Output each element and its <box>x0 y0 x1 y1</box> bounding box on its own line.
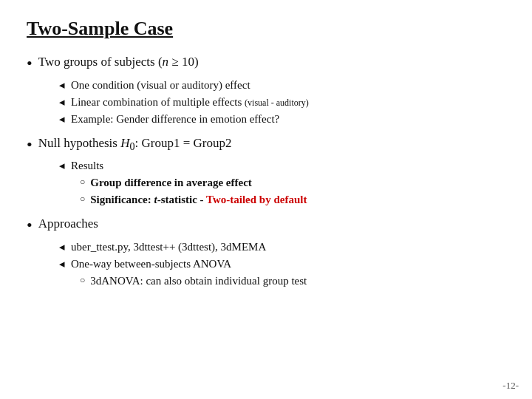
sub-item-2-1-text: Results <box>71 158 103 174</box>
circle-bullet-3-1: ○ <box>80 273 85 287</box>
sub-sub-items-3: ○ 3dANOVA: can also obtain individual gr… <box>80 273 505 289</box>
main-bullet-3: • Approaches <box>27 215 505 236</box>
red-text: Two-tailed by default <box>206 194 307 205</box>
sub-sub-item-2-1-text: Group difference in average effect <box>90 175 252 191</box>
sub-item-3-1: ◂ uber_ttest.py, 3dttest++ (3dttest), 3d… <box>59 239 505 255</box>
sub-sub-item-3-1-text: 3dANOVA: can also obtain individual grou… <box>90 273 307 289</box>
slide: Two-Sample Case • Two groups of subjects… <box>0 0 532 399</box>
sub-sub-item-3-1: ○ 3dANOVA: can also obtain individual gr… <box>80 273 505 289</box>
arrow-2-1: ◂ <box>59 158 65 174</box>
bullet-dot-2: • <box>27 134 33 156</box>
main-bullet-2: • Null hypothesis H0: Group1 = Group2 <box>27 134 505 156</box>
arrow-3-1: ◂ <box>59 239 65 255</box>
sub-items-3: ◂ uber_ttest.py, 3dttest++ (3dttest), 3d… <box>59 239 505 289</box>
page-number: -12- <box>502 380 519 392</box>
sub-item-1-3: ◂ Example: Gender difference in emotion … <box>59 112 505 127</box>
arrow-1-3: ◂ <box>59 112 65 127</box>
circle-bullet-2-1: ○ <box>80 175 85 188</box>
section-2: • Null hypothesis H0: Group1 = Group2 ◂ … <box>27 134 505 208</box>
section-3: • Approaches ◂ uber_ttest.py, 3dttest++ … <box>27 215 505 289</box>
italic-h: H <box>120 136 129 150</box>
sub-items-2: ◂ Results ○ Group difference in average … <box>59 158 505 208</box>
arrow-1-2: ◂ <box>59 95 65 110</box>
arrow-1-1: ◂ <box>59 78 65 93</box>
sub-sub-item-2-1: ○ Group difference in average effect <box>80 175 505 191</box>
italic-t: t <box>154 194 157 205</box>
arrow-3-2: ◂ <box>59 256 65 272</box>
bullet-dot-3: • <box>27 215 33 236</box>
italic-n: n <box>163 55 169 69</box>
main-bullet-1-text: Two groups of subjects (n ≥ 10) <box>38 53 199 71</box>
main-bullet-2-text: Null hypothesis H0: Group1 = Group2 <box>38 134 232 154</box>
slide-title: Two-Sample Case <box>27 18 505 40</box>
sub-sub-item-2-2-text: Significance: t-statistic - Two-tailed b… <box>90 192 307 208</box>
sub-items-1: ◂ One condition (visual or auditory) eff… <box>59 78 505 127</box>
sub-sub-items-2: ○ Group difference in average effect ○ S… <box>80 175 505 208</box>
sub-item-1-1: ◂ One condition (visual or auditory) eff… <box>59 78 505 93</box>
sub-item-3-2-text: One-way between-subjects ANOVA <box>71 256 231 272</box>
sub-item-1-2-text: Linear combination of multiple effects (… <box>71 95 309 110</box>
sub-item-3-2: ◂ One-way between-subjects ANOVA <box>59 256 505 272</box>
sub-item-1-1-text: One condition (visual or auditory) effec… <box>71 78 250 93</box>
sub-item-3-1-text: uber_ttest.py, 3dttest++ (3dttest), 3dME… <box>71 239 266 255</box>
circle-bullet-2-2: ○ <box>80 192 85 205</box>
sub-item-1-3-text: Example: Gender difference in emotion ef… <box>71 112 279 127</box>
sub-item-1-2: ◂ Linear combination of multiple effects… <box>59 95 505 110</box>
main-bullet-3-text: Approaches <box>38 215 98 233</box>
bullet-dot-1: • <box>27 53 33 75</box>
section-1: • Two groups of subjects (n ≥ 10) ◂ One … <box>27 53 505 127</box>
main-bullet-1: • Two groups of subjects (n ≥ 10) <box>27 53 505 75</box>
sub-sub-item-2-2: ○ Significance: t-statistic - Two-tailed… <box>80 192 505 208</box>
sub-0: 0 <box>129 140 134 152</box>
sub-item-2-1: ◂ Results <box>59 158 505 174</box>
